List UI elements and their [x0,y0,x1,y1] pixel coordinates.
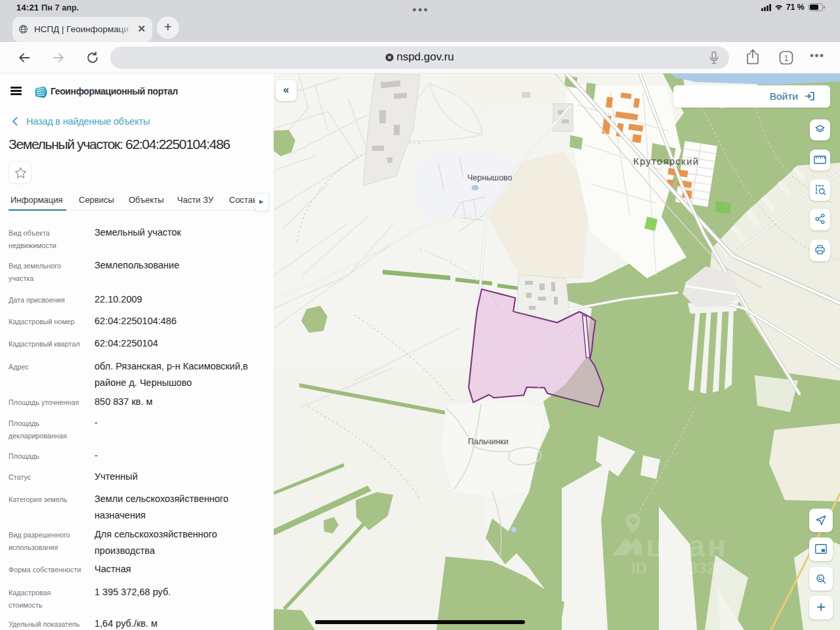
svg-text:ID: ID [631,559,647,577]
svg-text:1: 1 [784,54,789,63]
svg-text:8320: 8320 [689,559,724,577]
svg-text:циан: циан [646,529,728,563]
